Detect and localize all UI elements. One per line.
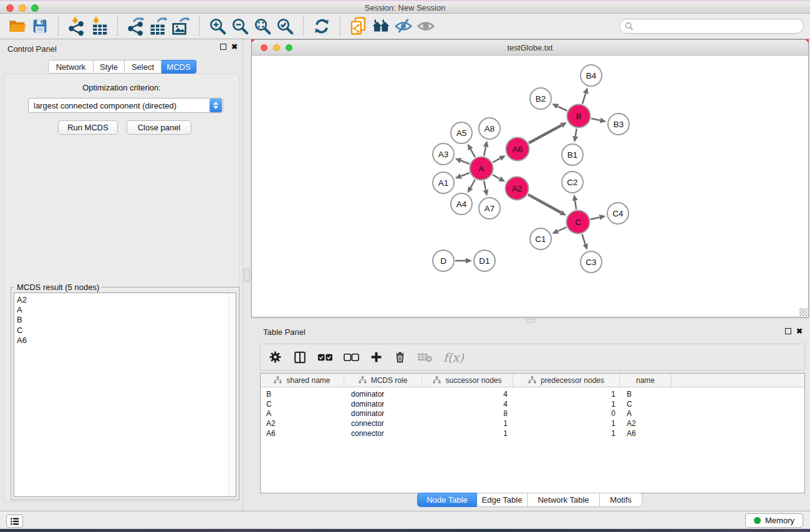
- table-cell-predecessor_nodes[interactable]: 1: [513, 400, 620, 409]
- graph-edge-C-C1[interactable]: [557, 227, 566, 231]
- mcds-result-item[interactable]: A6: [17, 336, 236, 346]
- deselect-all-button[interactable]: [344, 348, 359, 367]
- graph-node-C4[interactable]: C4: [607, 202, 629, 225]
- graph-node-A2[interactable]: A2: [505, 177, 529, 201]
- tab-motifs[interactable]: Motifs: [600, 493, 642, 507]
- tab-network[interactable]: Network: [48, 60, 94, 74]
- import-table-button[interactable]: [88, 16, 110, 37]
- tab-style[interactable]: Style: [94, 60, 125, 74]
- graph-node-A[interactable]: A: [470, 157, 494, 181]
- graph-edge-A-A8[interactable]: [484, 147, 486, 156]
- graph-node-A4[interactable]: A4: [450, 193, 473, 215]
- window-resize-grip[interactable]: [799, 308, 808, 316]
- table-panel-float-icon[interactable]: [785, 328, 791, 334]
- table-cell-predecessor_nodes[interactable]: 0: [513, 409, 620, 418]
- table-cell-successor_nodes[interactable]: 1: [422, 419, 513, 428]
- graph-node-B3[interactable]: B3: [607, 113, 630, 135]
- column-header-shared-name[interactable]: shared name: [261, 374, 344, 387]
- network-canvas[interactable]: B4B2BB3A5A8A6B1A3AC2A1A2A4A7C4CC1DD1C3: [252, 56, 808, 317]
- zoom-out-button[interactable]: [229, 16, 251, 37]
- control-panel-float-icon[interactable]: [220, 44, 226, 50]
- tab-edge-table[interactable]: Edge Table: [477, 493, 528, 507]
- horizontal-splitter-handle[interactable]: [526, 319, 535, 323]
- table-row[interactable]: Bdominator41B: [261, 389, 804, 399]
- refresh-button[interactable]: [311, 16, 333, 37]
- table-cell-successor_nodes[interactable]: 4: [422, 390, 513, 399]
- mcds-result-item[interactable]: A: [17, 305, 236, 315]
- graph-edge-A-A1[interactable]: [461, 173, 470, 176]
- mcds-result-item[interactable]: B: [17, 315, 236, 325]
- export-image-button[interactable]: [170, 16, 192, 37]
- zoom-fit-button[interactable]: [251, 16, 274, 37]
- graph-edge-B-B2[interactable]: [557, 107, 567, 111]
- result-list-scrollbar[interactable]: [228, 293, 236, 496]
- table-row[interactable]: A2connector11A2: [261, 418, 804, 428]
- graph-edge-A2-C[interactable]: [528, 195, 561, 213]
- table-cell-successor_nodes[interactable]: 4: [422, 400, 513, 409]
- export-network-button[interactable]: [125, 16, 147, 37]
- open-session-button[interactable]: [6, 16, 29, 37]
- column-header-predecessor-nodes[interactable]: predecessor nodes: [513, 374, 620, 387]
- graph-edge-B-B1[interactable]: [576, 128, 577, 136]
- table-cell-successor_nodes[interactable]: 8: [422, 409, 513, 418]
- run-mcds-button[interactable]: Run MCDS: [58, 120, 118, 135]
- graph-node-C2[interactable]: C2: [561, 171, 584, 193]
- table-cell-shared_name[interactable]: C: [261, 400, 344, 409]
- table-cell-mcds_role[interactable]: dominator: [344, 390, 422, 399]
- table-cell-predecessor_nodes[interactable]: 1: [513, 429, 620, 438]
- table-settings-button[interactable]: [268, 348, 282, 367]
- hide-graphics-button[interactable]: [392, 16, 415, 37]
- graph-edge-A-A5[interactable]: [471, 149, 475, 157]
- zoom-in-button[interactable]: [206, 16, 229, 37]
- graph-node-B4[interactable]: B4: [580, 64, 602, 87]
- graph-node-A5[interactable]: A5: [450, 122, 473, 144]
- apply-function-button[interactable]: f(x): [443, 348, 464, 367]
- table-cell-shared_name[interactable]: A2: [261, 419, 344, 428]
- table-cell-name[interactable]: C: [620, 400, 672, 409]
- mcds-result-item[interactable]: A2: [17, 295, 236, 305]
- graph-node-A3[interactable]: A3: [432, 143, 455, 165]
- column-header-mcds-role[interactable]: MCDS role: [344, 374, 422, 387]
- graph-node-C3[interactable]: C3: [580, 251, 602, 273]
- table-cell-predecessor_nodes[interactable]: 1: [513, 390, 620, 399]
- toolbar-search[interactable]: [619, 19, 804, 34]
- column-header-name[interactable]: name: [620, 374, 672, 387]
- task-history-button[interactable]: [6, 515, 23, 528]
- graph-node-C[interactable]: C: [566, 210, 591, 235]
- table-cell-predecessor_nodes[interactable]: 1: [513, 419, 620, 428]
- graph-edge-B-B3[interactable]: [591, 118, 600, 120]
- graph-edge-A6-B[interactable]: [529, 125, 561, 143]
- graph-node-A6[interactable]: A6: [506, 137, 530, 162]
- graph-node-B2[interactable]: B2: [529, 87, 552, 110]
- home-view-button[interactable]: [370, 16, 392, 37]
- table-row[interactable]: Adominator80A: [261, 409, 804, 419]
- table-cell-successor_nodes[interactable]: 1: [422, 429, 513, 438]
- tab-select[interactable]: Select: [125, 60, 162, 74]
- table-row[interactable]: A6connector11A6: [261, 428, 804, 438]
- duplicate-network-button[interactable]: [347, 16, 370, 37]
- table-row[interactable]: Cdominator41C: [261, 399, 804, 409]
- mcds-result-item[interactable]: C: [17, 326, 236, 336]
- graph-edge-A-A6[interactable]: [493, 158, 500, 162]
- graph-edge-A-A3[interactable]: [461, 161, 470, 164]
- table-cell-shared_name[interactable]: A6: [261, 429, 344, 438]
- graph-edge-C-C4[interactable]: [591, 217, 600, 219]
- table-cell-mcds_role[interactable]: connector: [344, 429, 422, 438]
- control-panel-close-icon[interactable]: ✖: [231, 44, 238, 50]
- graph-node-B1[interactable]: B1: [561, 143, 584, 166]
- graph-node-D1[interactable]: D1: [473, 249, 496, 272]
- table-cell-name[interactable]: A: [620, 409, 672, 418]
- network-window-titlebar[interactable]: testGlobe.txt: [252, 40, 808, 56]
- table-panel-close-icon[interactable]: ✖: [796, 328, 803, 334]
- network-view-window[interactable]: testGlobe.txt B4B2BB3A5A8A6B1A3AC2A1A2A4…: [251, 39, 809, 317]
- graph-node-D[interactable]: D: [432, 249, 455, 272]
- column-header-successor-nodes[interactable]: successor nodes: [422, 374, 513, 387]
- graph-node-A7[interactable]: A7: [478, 197, 501, 220]
- export-table-button[interactable]: [147, 16, 170, 37]
- dropdown-stepper-icon[interactable]: [210, 99, 222, 112]
- tab-mcds[interactable]: MCDS: [162, 60, 196, 74]
- memory-button[interactable]: Memory: [745, 513, 803, 528]
- table-cell-mcds_role[interactable]: dominator: [344, 409, 422, 418]
- delete-column-button[interactable]: [393, 348, 407, 367]
- graph-edge-A-A7[interactable]: [484, 181, 486, 190]
